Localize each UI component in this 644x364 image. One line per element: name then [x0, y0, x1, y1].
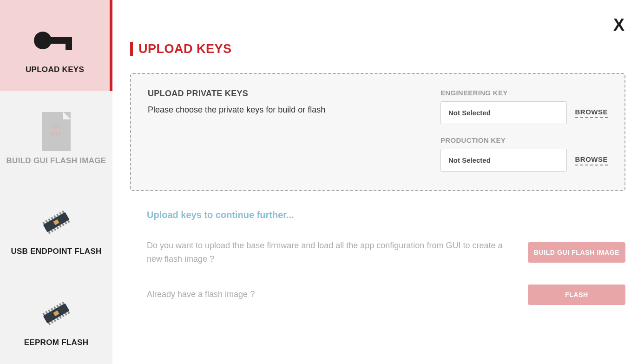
key-icon [34, 20, 76, 61]
chip-icon [35, 292, 77, 334]
main-content: X UPLOAD KEYS UPLOAD PRIVATE KEYS Please… [112, 0, 644, 364]
flash-row: Already have a flash image ? FLASH [147, 285, 625, 305]
upload-hint: Upload keys to continue further... [147, 210, 625, 220]
file-icon: 101 011 [42, 111, 71, 152]
flash-button[interactable]: FLASH [528, 285, 625, 305]
sidebar-item-upload-keys[interactable]: UPLOAD KEYS [0, 0, 112, 91]
card-title: UPLOAD PRIVATE KEYS [148, 89, 440, 99]
sidebar-item-build-gui-flash-image[interactable]: 101 011 BUILD GUI FLASH IMAGE [0, 91, 112, 182]
production-key-input[interactable]: Not Selected [440, 149, 567, 172]
production-key-label: PRODUCTION KEY [440, 136, 608, 144]
sidebar-item-label: EEPROM FLASH [24, 338, 89, 347]
production-key-browse-button[interactable]: BROWSE [575, 155, 608, 165]
engineering-key-field: ENGINEERING KEY Not Selected BROWSE [440, 89, 608, 124]
build-row: Do you want to upload the base firmware … [147, 239, 625, 266]
sidebar-item-eeprom-flash[interactable]: EEPROM FLASH [0, 273, 112, 364]
engineering-key-input[interactable]: Not Selected [440, 101, 567, 124]
engineering-key-browse-button[interactable]: BROWSE [575, 108, 608, 118]
sidebar-item-label: USB ENDPOINT FLASH [11, 247, 101, 256]
chip-icon [35, 201, 77, 243]
upload-keys-card: UPLOAD PRIVATE KEYS Please choose the pr… [130, 73, 625, 191]
sidebar-item-label: UPLOAD KEYS [26, 65, 84, 74]
build-question: Do you want to upload the base firmware … [147, 239, 528, 266]
close-button[interactable]: X [613, 17, 624, 33]
engineering-key-label: ENGINEERING KEY [440, 89, 608, 97]
card-description: Please choose the private keys for build… [148, 105, 440, 115]
production-key-field: PRODUCTION KEY Not Selected BROWSE [440, 136, 608, 172]
sidebar: UPLOAD KEYS 101 011 BUILD GUI FLASH IMAG… [0, 0, 112, 364]
build-gui-flash-image-button[interactable]: BUILD GUI FLASH IMAGE [528, 242, 625, 263]
sidebar-item-usb-endpoint-flash[interactable]: USB ENDPOINT FLASH [0, 182, 112, 273]
sidebar-item-label: BUILD GUI FLASH IMAGE [6, 156, 106, 165]
flash-question: Already have a flash image ? [147, 288, 528, 301]
page-title: UPLOAD KEYS [130, 42, 625, 56]
